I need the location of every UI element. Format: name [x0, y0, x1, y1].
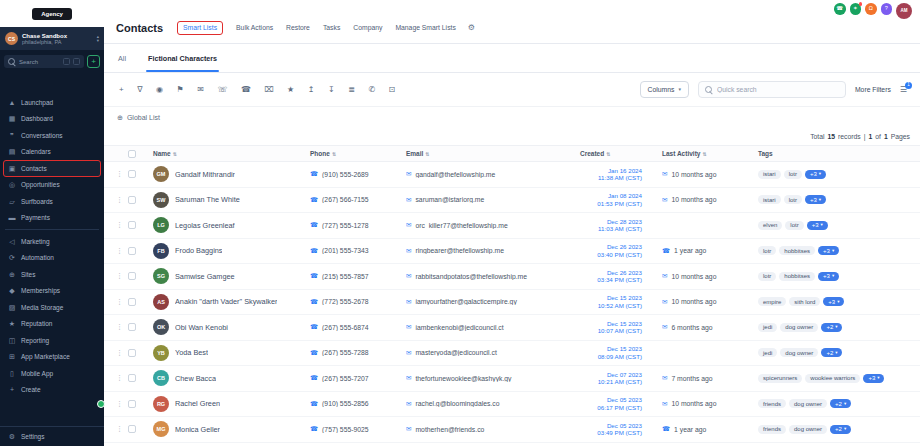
export-icon[interactable]: ↥ [308, 86, 315, 94]
row-checkbox[interactable] [128, 196, 136, 204]
sidebar-search-input[interactable]: Search [4, 55, 84, 68]
sidebar-item-conversations[interactable]: ❞Conversations [3, 127, 101, 144]
sidebar-item-automation[interactable]: ⟳Automation [3, 250, 101, 267]
email-address[interactable]: iambenkenobi@jedicouncil.ct [415, 324, 503, 331]
sidebar-item-surfboards[interactable]: ▱Surfboards [3, 193, 101, 210]
sidebar-item-dashboard[interactable]: ▦Dashboard [3, 111, 101, 128]
tab-bulk-actions[interactable]: Bulk Actions [236, 24, 273, 31]
sort-icon[interactable]: ⇅ [425, 151, 429, 157]
phone-number[interactable]: (772) 555-2678 [322, 298, 368, 305]
contact-name-link[interactable]: Legolas Greenleaf [175, 221, 235, 230]
contact-name-link[interactable]: Saruman The White [175, 195, 240, 204]
whatsapp-icon[interactable]: ✆ [368, 86, 375, 94]
add-tag-icon[interactable]: ⚑ [177, 86, 184, 94]
sort-icon[interactable]: ⇅ [702, 151, 706, 157]
tab-smart-lists[interactable]: Smart Lists [177, 21, 223, 35]
email-address[interactable]: rachel.g@bloomingdales.co [415, 400, 499, 407]
notifications-bell-icon-button[interactable]: Ω [865, 3, 877, 15]
tag-more-button[interactable]: +3 ▾ [863, 374, 884, 383]
sidebar-item-launchpad[interactable]: ▲Launchpad [3, 94, 101, 111]
agency-logo[interactable]: Agency [32, 8, 72, 20]
contact-name-link[interactable]: Gandalf Mithrandir [175, 170, 235, 179]
contact-name-link[interactable]: Anakin "darth Vader" Skywalker [175, 297, 277, 306]
quick-search-input[interactable] [717, 86, 839, 93]
column-header-name[interactable]: Name⇅ [152, 150, 310, 157]
row-menu-icon[interactable]: ⋮ [114, 349, 128, 357]
sidebar-item-memberships[interactable]: ◆Memberships [3, 283, 101, 300]
row-checkbox[interactable] [128, 221, 136, 229]
row-menu-icon[interactable]: ⋮ [114, 323, 128, 331]
sidebar-item-contacts[interactable]: ▣Contacts [3, 160, 101, 177]
global-list-label[interactable]: Global List [127, 114, 160, 121]
merge-icon[interactable]: ⊡ [389, 86, 396, 94]
phone-number[interactable]: (267) 555-6874 [322, 324, 368, 331]
call-icon[interactable]: ☎ [241, 86, 251, 94]
account-switcher[interactable]: CS Chase Sandbox philadelphia, PA ▴▾ [0, 27, 104, 50]
tag-more-button[interactable]: +2 ▾ [821, 348, 842, 357]
user-avatar-button[interactable]: AM [896, 3, 912, 19]
row-checkbox[interactable] [128, 425, 136, 433]
list-tab-all[interactable]: All [116, 54, 128, 72]
dnd-phone-icon[interactable]: ☏ [217, 86, 227, 94]
smart-lists-settings-icon[interactable]: ⚙ [468, 23, 475, 32]
email-address[interactable]: gandalf@thefellowship.me [415, 171, 495, 178]
phone-number[interactable]: (215) 555-7857 [322, 273, 368, 280]
column-header-last-activity[interactable]: Last Activity⇅ [646, 150, 752, 157]
tag-more-button[interactable]: +2 ▾ [830, 399, 851, 408]
contact-name-link[interactable]: Rachel Green [175, 399, 220, 408]
automation-run-icon[interactable]: ◉ [156, 86, 163, 94]
row-checkbox[interactable] [128, 400, 136, 408]
tab-manage-smart-lists[interactable]: Manage Smart Lists [395, 24, 455, 31]
sidebar-item-reputation[interactable]: ★Reputation [3, 316, 101, 333]
phone-dialer-icon-button[interactable]: ☎ [834, 3, 846, 15]
phone-number[interactable]: (267) 555-7288 [322, 349, 368, 356]
contact-name-link[interactable]: Chew Bacca [175, 374, 216, 383]
contact-name-link[interactable]: Monica Geller [175, 425, 220, 434]
phone-number[interactable]: (267) 555-7207 [322, 375, 368, 382]
sidebar-item-sites[interactable]: ⊕Sites [3, 266, 101, 283]
star-icon[interactable]: ★ [287, 86, 294, 94]
sort-icon[interactable]: ⇅ [332, 151, 336, 157]
row-checkbox[interactable] [128, 272, 136, 280]
sidebar-item-create[interactable]: +Create [3, 382, 101, 399]
phone-number[interactable]: (910) 555-2689 [322, 171, 368, 178]
add-contact-icon[interactable]: + [119, 86, 124, 94]
email-address[interactable]: ringbearer@thefellowship.me [415, 247, 504, 254]
contact-name-link[interactable]: Yoda Best [175, 348, 208, 357]
quick-add-button[interactable]: + [87, 55, 100, 68]
row-menu-icon[interactable]: ⋮ [114, 400, 128, 408]
filters-icon-button[interactable]: ☰1 [900, 86, 907, 94]
delete-icon[interactable]: ⌧ [264, 86, 273, 94]
column-header-tags[interactable]: Tags [752, 150, 912, 157]
select-all-checkbox[interactable] [128, 150, 136, 158]
sidebar-item-settings[interactable]: ⚙ Settings [0, 426, 104, 446]
tag-more-button[interactable]: +3 ▾ [807, 221, 828, 230]
contact-name-link[interactable]: Obi Wan Kenobi [175, 323, 228, 332]
phone-number[interactable]: (727) 555-1278 [322, 222, 368, 229]
tab-restore[interactable]: Restore [286, 24, 310, 31]
row-menu-icon[interactable]: ⋮ [114, 272, 128, 280]
tag-more-button[interactable]: +3 ▾ [805, 170, 826, 179]
row-checkbox[interactable] [128, 323, 136, 331]
column-header-phone[interactable]: Phone⇅ [310, 150, 406, 157]
import-icon[interactable]: ↧ [328, 86, 335, 94]
row-menu-icon[interactable]: ⋮ [114, 196, 128, 204]
email-address[interactable]: rabbitsandpotatos@thefellowship.me [415, 273, 527, 280]
sidebar-item-app-marketplace[interactable]: ⊞App Marketplace [3, 349, 101, 366]
column-header-email[interactable]: Email⇅ [406, 150, 580, 157]
row-checkbox[interactable] [128, 298, 136, 306]
email-address[interactable]: saruman@istariorg.me [415, 196, 484, 203]
phone-number[interactable]: (910) 555-2856 [322, 400, 368, 407]
sort-icon[interactable]: ⇅ [173, 151, 177, 157]
sidebar-item-media-storage[interactable]: ▨Media Storage [3, 299, 101, 316]
email-address[interactable]: thefortunewookiee@kashyyk.gy [415, 375, 511, 382]
row-menu-icon[interactable]: ⋮ [114, 221, 128, 229]
list-tab-fictional-characters[interactable]: Fictional Characters [146, 54, 219, 72]
row-menu-icon[interactable]: ⋮ [114, 298, 128, 306]
columns-dropdown[interactable]: Columns ▾ [640, 81, 689, 98]
sidebar-item-opportunities[interactable]: ◎Opportunities [3, 177, 101, 194]
row-checkbox[interactable] [128, 170, 136, 178]
tag-more-button[interactable]: +3 ▾ [823, 297, 844, 306]
row-checkbox[interactable] [128, 349, 136, 357]
sidebar-item-marketing[interactable]: ◁Marketing [3, 233, 101, 250]
